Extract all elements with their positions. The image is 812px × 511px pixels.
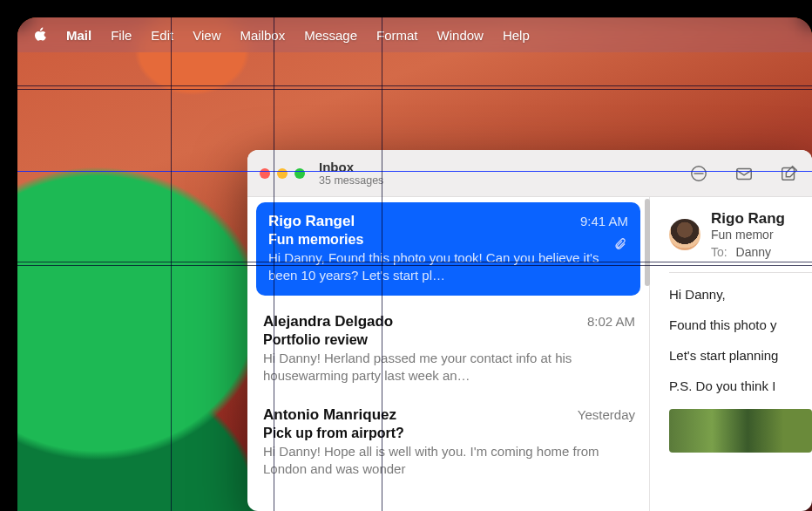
reading-to: To: Danny (711, 245, 785, 261)
mail-window: Inbox 35 messages Rigo (247, 150, 812, 511)
message-time: Yesterday (578, 407, 635, 422)
reading-to-value: Danny (736, 245, 771, 259)
message-subject: Pick up from airport? (263, 426, 635, 441)
message-list[interactable]: Rigo Rangel 9:41 AM Fun memories Hi Dann… (247, 197, 650, 511)
system-menubar: Mail File Edit View Mailbox Message Form… (17, 17, 812, 52)
menubar-app-name[interactable]: Mail (66, 28, 91, 43)
avatar (669, 219, 700, 250)
zoom-icon[interactable] (294, 168, 305, 179)
close-icon[interactable] (260, 168, 270, 179)
menubar-message[interactable]: Message (304, 28, 357, 43)
scrollbar[interactable] (645, 199, 650, 286)
menubar-window[interactable]: Window (437, 28, 484, 43)
menubar-edit[interactable]: Edit (151, 28, 173, 43)
menubar-mailbox[interactable]: Mailbox (240, 28, 285, 43)
message-list-item[interactable]: Alejandra Delgado 8:02 AM Portfolio revi… (247, 303, 649, 396)
mailbox-title: Inbox (319, 160, 383, 174)
message-preview: Hi Danny! Herland passed me your contact… (263, 350, 635, 384)
message-sender: Alejandra Delgado (263, 313, 587, 330)
minimize-icon[interactable] (277, 168, 288, 179)
reading-to-label: To: (711, 245, 727, 259)
body-line: Let's start planning (669, 348, 812, 363)
message-preview: Hi Danny, Found this photo you took! Can… (268, 249, 628, 283)
attachment-icon (613, 237, 626, 254)
message-preview: Hi Danny! Hope all is well with you. I'm… (263, 443, 635, 477)
body-line: Hi Danny, (669, 287, 812, 302)
svg-rect-2 (737, 168, 752, 179)
envelope-icon[interactable] (734, 164, 754, 183)
message-subject: Fun memories (268, 232, 628, 248)
reading-subject: Fun memor (711, 228, 785, 243)
menubar-file[interactable]: File (111, 28, 132, 43)
divider (669, 272, 812, 273)
menubar-view[interactable]: View (193, 28, 220, 43)
reading-body: Hi Danny, Found this photo y Let's start… (669, 287, 812, 393)
apple-logo-icon[interactable] (33, 27, 47, 43)
message-list-item[interactable]: Rigo Rangel 9:41 AM Fun memories Hi Dann… (256, 202, 640, 296)
message-subject: Portfolio review (263, 332, 635, 348)
message-time: 8:02 AM (587, 314, 635, 329)
mailbox-subtitle: 35 messages (319, 174, 383, 187)
body-line: Found this photo y (669, 317, 812, 332)
menubar-help[interactable]: Help (503, 28, 530, 43)
message-sender: Antonio Manriquez (263, 406, 578, 424)
attachment-image[interactable] (669, 409, 812, 453)
window-toolbar: Inbox 35 messages (247, 150, 812, 197)
message-time: 9:41 AM (580, 214, 628, 228)
menubar-format[interactable]: Format (376, 28, 418, 43)
reading-from: Rigo Rang (711, 209, 785, 228)
compose-icon[interactable] (779, 164, 800, 183)
message-list-item[interactable]: Antonio Manriquez Yesterday Pick up from… (247, 396, 649, 489)
filter-icon[interactable] (688, 164, 709, 183)
body-line: P.S. Do you think I (669, 378, 812, 393)
reading-pane: Rigo Rang Fun memor To: Danny Hi Danny, … (650, 197, 812, 511)
message-sender: Rigo Rangel (268, 213, 580, 230)
